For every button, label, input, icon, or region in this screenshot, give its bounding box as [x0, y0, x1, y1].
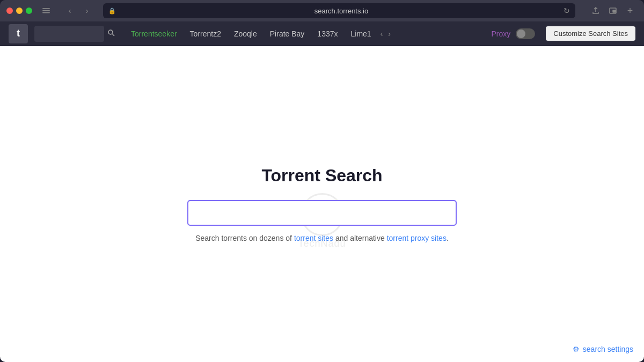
svg-rect-2 — [42, 12, 50, 13]
page-title: Torrent Search — [261, 166, 382, 186]
nav-link-torrentseeker[interactable]: Torrentseeker — [125, 29, 184, 38]
main-content: T TechNadu Torrent Search Search torrent… — [0, 46, 644, 362]
browser-window: ‹ › 🔒 search.torrents.io ↻ + — [0, 0, 644, 362]
site-logo: t — [9, 24, 28, 43]
close-button[interactable] — [6, 8, 13, 14]
nav-link-lime1[interactable]: Lime1 — [345, 29, 378, 38]
torrent-proxy-sites-link[interactable]: torrent proxy sites — [387, 234, 447, 242]
site-toolbar: t Torrentseeker Torrentz2 Zooqle Pirate … — [0, 21, 644, 46]
torrent-sites-link[interactable]: torrent sites — [294, 234, 333, 242]
proxy-toggle[interactable] — [516, 28, 535, 39]
back-button[interactable]: ‹ — [62, 4, 77, 17]
pip-button[interactable] — [605, 4, 620, 17]
forward-button[interactable]: › — [79, 4, 94, 17]
refresh-button[interactable]: ↻ — [564, 6, 570, 15]
title-bar: ‹ › 🔒 search.torrents.io ↻ + — [0, 0, 644, 21]
nav-link-1337x[interactable]: 1337x — [311, 29, 344, 38]
search-input-small[interactable] — [34, 26, 104, 42]
nav-links: Torrentseeker Torrentz2 Zooqle Pirate Ba… — [125, 29, 378, 38]
url-bar[interactable]: 🔒 search.torrents.io ↻ — [103, 3, 575, 18]
traffic-lights — [6, 8, 32, 14]
search-settings-link[interactable]: search settings — [583, 345, 633, 353]
svg-point-5 — [108, 30, 113, 34]
nav-link-torrentz2[interactable]: Torrentz2 — [184, 29, 228, 38]
toolbar-right: + — [588, 4, 638, 17]
search-icon-button[interactable] — [104, 29, 118, 38]
nav-link-piratebay[interactable]: Pirate Bay — [264, 29, 311, 38]
nav-scroll-arrows: ‹ › — [379, 29, 392, 38]
nav-buttons: ‹ › — [62, 4, 94, 17]
svg-rect-0 — [42, 8, 50, 9]
lock-icon: 🔒 — [108, 8, 116, 14]
new-tab-button[interactable]: + — [623, 4, 638, 17]
svg-rect-1 — [42, 10, 50, 11]
share-button[interactable] — [588, 4, 603, 17]
customize-search-sites-button[interactable]: Customize Search Sites — [546, 26, 635, 41]
url-text: search.torrents.io — [119, 7, 564, 15]
nav-scroll-left[interactable]: ‹ — [379, 29, 385, 38]
minimize-button[interactable] — [16, 8, 23, 14]
main-search-input[interactable] — [188, 201, 456, 225]
svg-line-6 — [113, 34, 115, 36]
proxy-label[interactable]: Proxy — [491, 29, 510, 38]
sidebar-toggle-button[interactable] — [39, 4, 54, 17]
subtitle: Search torrents on dozens of torrent sit… — [195, 234, 449, 242]
search-wrapper — [188, 201, 456, 225]
nav-scroll-right[interactable]: › — [386, 29, 392, 38]
svg-rect-4 — [613, 10, 616, 12]
proxy-section: Proxy Customize Search Sites — [491, 26, 635, 41]
footer: ⚙ search settings — [573, 345, 633, 353]
nav-link-zooqle[interactable]: Zooqle — [228, 29, 264, 38]
maximize-button[interactable] — [26, 8, 32, 14]
gear-icon: ⚙ — [573, 345, 580, 353]
